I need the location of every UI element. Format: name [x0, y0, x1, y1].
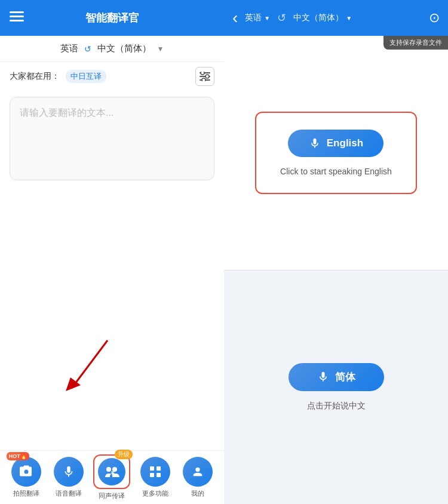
right-panel: ‹ 英语 ▼ ↺ 中文（简体） ▼ ⊙ 支持保存录音文件 English Cli…: [224, 0, 448, 504]
popular-tag[interactable]: 中日互译: [66, 70, 106, 83]
voice-icon-circle: [54, 457, 84, 487]
voice-label: 语音翻译: [56, 489, 82, 498]
svg-rect-0: [10, 11, 24, 13]
more-label: 更多功能: [142, 489, 168, 498]
nav-item-more[interactable]: 更多功能: [137, 457, 173, 498]
svg-rect-16: [157, 473, 161, 477]
text-input-area[interactable]: 请输入要翻译的文本...: [10, 97, 214, 180]
back-icon[interactable]: ‹: [232, 8, 238, 27]
settings-icon[interactable]: ⊙: [429, 10, 440, 26]
svg-point-8: [202, 78, 205, 81]
camera-icon-circle: [11, 457, 41, 487]
refresh-icon[interactable]: ↺: [277, 11, 286, 24]
menu-icon[interactable]: [10, 10, 24, 26]
target-lang-arrow: ▼: [346, 15, 352, 21]
english-voice-card[interactable]: English Click to start speaking English: [255, 112, 417, 194]
popular-label: 大家都在用：: [10, 71, 60, 82]
nav-item-camera[interactable]: HOT🔥 拍照翻译: [8, 457, 44, 498]
simultaneous-label: 同声传译: [99, 491, 125, 500]
profile-icon-circle: [183, 457, 213, 487]
svg-rect-15: [150, 473, 154, 477]
lang-swap-arrow[interactable]: ↺: [84, 44, 91, 54]
camera-label: 拍照翻译: [13, 489, 39, 498]
arrow-area: [0, 186, 224, 450]
chinese-voice-button[interactable]: 简体: [289, 363, 384, 391]
svg-rect-2: [10, 20, 24, 21]
english-voice-btn-label: English: [327, 137, 363, 149]
target-lang-arrow[interactable]: ▼: [157, 45, 164, 53]
save-audio-badge: 支持保存录音文件: [383, 36, 448, 50]
svg-point-11: [106, 467, 111, 472]
left-panel: 智能翻译官 英语 ↺ 中文（简体） ▼ 大家都在用： 中日互译 请输入要翻译的文…: [0, 0, 224, 504]
svg-point-6: [201, 72, 204, 75]
lang-bar: 英语 ↺ 中文（简体） ▼: [0, 36, 224, 62]
source-lang-btn[interactable]: 英语 ▼: [245, 13, 270, 23]
nav-item-profile[interactable]: 我的: [180, 457, 216, 498]
svg-rect-14: [157, 466, 161, 471]
left-header: 智能翻译官: [0, 0, 224, 36]
chinese-voice-btn-label: 简体: [335, 370, 355, 384]
text-placeholder: 请输入要翻译的文本...: [20, 107, 113, 118]
profile-label: 我的: [191, 489, 204, 498]
source-lang-label: 英语: [245, 13, 262, 23]
right-header: ‹ 英语 ▼ ↺ 中文（简体） ▼ ⊙: [224, 0, 448, 36]
svg-line-9: [72, 340, 108, 388]
app-title: 智能翻译官: [85, 11, 139, 25]
chinese-voice-hint: 点击开始说中文: [307, 401, 366, 411]
bottom-nav: HOT🔥 拍照翻译 语音翻译 升级: [0, 450, 224, 504]
svg-rect-13: [150, 466, 154, 471]
chinese-voice-section: 简体 点击开始说中文: [224, 271, 448, 505]
english-voice-section: English Click to start speaking English: [224, 36, 448, 270]
target-lang-btn[interactable]: 中文（简体） ▼: [293, 13, 352, 23]
simultaneous-icon-circle: [98, 458, 125, 485]
simultaneous-bordered: 升级: [93, 454, 130, 489]
more-icon-circle: [140, 457, 170, 487]
source-lang-arrow: ▼: [264, 15, 270, 21]
hot-badge: HOT🔥: [7, 452, 29, 460]
red-arrow-indicator: [60, 334, 119, 402]
target-lang-label: 中文（简体）: [293, 13, 343, 23]
english-voice-button[interactable]: English: [288, 130, 383, 157]
nav-item-simultaneous[interactable]: 升级 同声传译: [93, 454, 130, 500]
svg-rect-1: [10, 16, 24, 17]
filter-icon-btn[interactable]: [195, 67, 214, 86]
target-lang[interactable]: 中文（简体）: [97, 43, 151, 54]
english-voice-hint: Click to start speaking English: [280, 167, 392, 176]
source-lang[interactable]: 英语: [60, 43, 78, 54]
svg-point-7: [205, 75, 209, 78]
popular-row: 大家都在用： 中日互译: [0, 62, 224, 91]
chinese-voice-card[interactable]: 简体 点击开始说中文: [289, 363, 384, 411]
upgrade-badge: 升级: [115, 450, 133, 459]
nav-item-voice[interactable]: 语音翻译: [51, 457, 87, 498]
